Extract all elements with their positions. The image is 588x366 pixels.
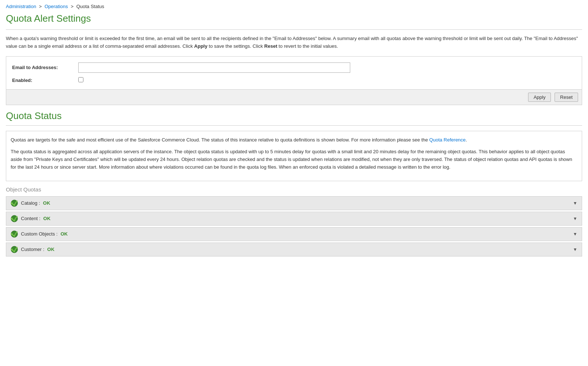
quota-reference-link[interactable]: Quota Reference [429, 137, 466, 143]
divider-2 [6, 125, 582, 126]
quota-name: Catalog : [21, 200, 40, 206]
alert-settings-form: Email to Addresses: Enabled: Apply Reset [6, 56, 582, 105]
email-input[interactable] [78, 62, 350, 73]
enabled-label: Enabled: [9, 75, 75, 86]
quota-status: OK [61, 231, 68, 237]
breadcrumb-ops-link[interactable]: Operations [44, 4, 68, 9]
apply-button[interactable]: Apply [528, 93, 551, 102]
enabled-row: Enabled: [9, 75, 579, 86]
email-row: Email to Addresses: [9, 60, 579, 75]
breadcrumb-admin-link[interactable]: Administration [6, 4, 36, 9]
svg-point-3 [11, 218, 13, 219]
enabled-checkbox[interactable] [78, 77, 83, 82]
svg-point-5 [11, 233, 13, 235]
quota-name: Customer : [21, 247, 44, 252]
quota-ok-icon [11, 230, 18, 238]
quota-rows-container: Catalog : OK ▼ Content : OK ▼ [6, 196, 582, 256]
reset-button[interactable]: Reset [555, 93, 578, 102]
quota-status: OK [43, 216, 51, 221]
quota-row-left: Catalog : OK [11, 200, 50, 207]
quota-row[interactable]: Catalog : OK ▼ [6, 196, 582, 210]
chevron-down-icon: ▼ [573, 232, 577, 237]
divider-1 [6, 29, 582, 30]
chevron-down-icon: ▼ [573, 247, 577, 252]
email-input-cell [75, 60, 579, 75]
quota-name: Custom Objects : [21, 231, 58, 237]
quota-ok-icon [11, 215, 18, 222]
breadcrumb-current: Quota Status [76, 4, 104, 9]
quota-para-2: The quota status is aggregated across al… [11, 148, 577, 171]
breadcrumb: Administration > Operations > Quota Stat… [6, 4, 582, 9]
quota-row[interactable]: Custom Objects : OK ▼ [6, 227, 582, 241]
svg-point-7 [11, 248, 13, 250]
quota-status-title: Quota Status [6, 110, 582, 122]
alert-settings-title: Quota Alert Settings [6, 13, 582, 24]
breadcrumb-separator-1: > [39, 4, 42, 9]
object-quotas-section: Object Quotas Catalog : OK ▼ Cont [6, 186, 582, 256]
quota-row-left: Customer : OK [11, 246, 54, 253]
quota-para-1: Quotas are targets for the safe and most… [11, 136, 577, 144]
quota-status: OK [43, 200, 50, 206]
quota-row-left: Custom Objects : OK [11, 230, 68, 238]
quota-row-left: Content : OK [11, 215, 50, 222]
quota-name: Content : [21, 216, 40, 221]
settings-table: Email to Addresses: Enabled: [9, 60, 579, 86]
alert-settings-description: When a quota's warning threshold or limi… [6, 35, 582, 50]
form-footer: Apply Reset [6, 89, 582, 105]
enabled-checkbox-cell [75, 75, 579, 86]
quota-status-info: Quotas are targets for the safe and most… [6, 131, 582, 181]
email-label: Email to Addresses: [9, 60, 75, 75]
breadcrumb-separator-2: > [71, 4, 74, 9]
svg-point-1 [11, 202, 13, 204]
chevron-down-icon: ▼ [573, 216, 577, 221]
quota-row[interactable]: Customer : OK ▼ [6, 243, 582, 256]
quota-ok-icon [11, 200, 18, 207]
quota-ok-icon [11, 246, 18, 253]
object-quotas-label: Object Quotas [6, 186, 582, 193]
form-body: Email to Addresses: Enabled: [6, 57, 582, 89]
chevron-down-icon: ▼ [573, 201, 577, 206]
quota-row[interactable]: Content : OK ▼ [6, 212, 582, 226]
quota-status: OK [47, 247, 55, 252]
